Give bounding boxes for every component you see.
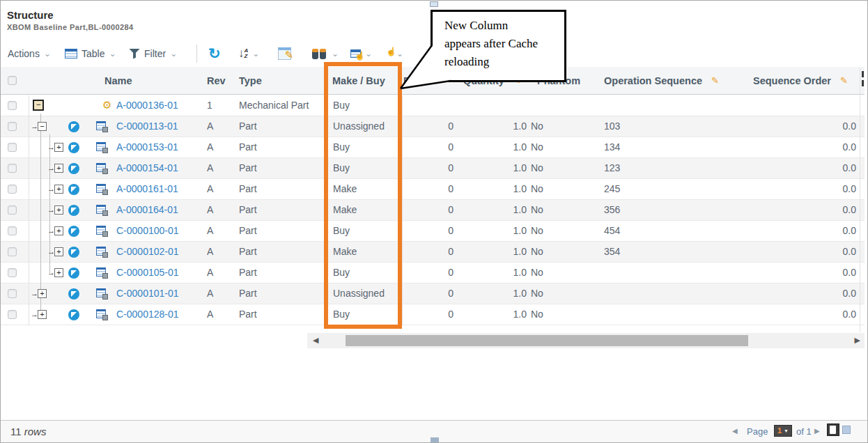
table-row[interactable]: → + ⚙ A-0000154-01 A Part Buy 0 1.0 No 1… [1, 158, 865, 179]
expand-toggle[interactable]: + [54, 143, 63, 152]
table-row[interactable]: → + ⚙ C-0000100-01 A Part Buy 0 1.0 No 4… [1, 221, 865, 242]
scroll-right-arrow[interactable]: ▶ [855, 336, 860, 345]
full-page-view-button[interactable] [827, 423, 839, 436]
type-cell: Part [239, 158, 257, 178]
page-label: Page [747, 426, 768, 437]
page-number-dropdown[interactable]: 1 ▼ [774, 425, 792, 437]
phantom-cell: No [531, 137, 543, 157]
name-link[interactable]: C-0000113-01 [116, 116, 178, 137]
refresh-button[interactable]: ↻ [208, 40, 221, 67]
mass-edit-button[interactable]: ✎ [278, 40, 291, 67]
selection-handle[interactable] [430, 1, 438, 7]
sequence-order-cell: 0.0 [786, 304, 856, 325]
expand-toggle[interactable]: + [54, 164, 63, 173]
edit-pencil-icon[interactable]: ✎ [840, 75, 848, 86]
table-select-button[interactable]: ☝ ⌄ [350, 40, 372, 67]
expand-toggle[interactable]: + [54, 268, 63, 277]
search-button[interactable]: ⌄ [311, 40, 339, 67]
name-link[interactable]: C-0000128-01 [116, 304, 179, 325]
column-header-rev[interactable]: Rev [207, 67, 226, 94]
expand-toggle[interactable]: − [33, 100, 44, 111]
actions-menu-button[interactable]: Actions ⌄ [8, 40, 51, 67]
make-buy-cell: Buy [333, 137, 350, 157]
row-checkbox[interactable] [8, 122, 17, 131]
table-row[interactable]: → + ⚙ C-0000102-01 A Part Make 0 1.0 No … [1, 242, 865, 263]
part-icon [96, 121, 108, 132]
name-link[interactable]: A-0000136-01 [116, 95, 178, 116]
table-row[interactable]: → + ⚙ C-0000105-01 A Part Buy 0 1.0 No 0… [1, 263, 865, 283]
table-row[interactable]: → + ⚙ A-0000164-01 A Part Make 0 1.0 No … [1, 200, 865, 221]
filter-menu-button[interactable]: Filter ⌄ [129, 40, 177, 67]
name-link[interactable]: C-0000100-01 [116, 221, 179, 241]
rev-cell: A [207, 158, 213, 178]
row-checkbox[interactable] [8, 143, 17, 152]
table-row[interactable]: → + ⚙ C-0000128-01 A Part Buy 0 1.0 No 0… [1, 304, 865, 325]
column-header-operation-sequence[interactable]: Operation Sequence ✎ [604, 67, 719, 94]
sequence-order-cell: 0.0 [786, 263, 856, 283]
column-header-name[interactable]: Name [104, 67, 132, 94]
revision-state-icon [68, 142, 79, 153]
horizontal-scrollbar[interactable]: ◀ ▶ [307, 333, 865, 348]
expand-toggle[interactable]: + [54, 205, 63, 215]
expand-toggle[interactable]: − [38, 122, 47, 131]
edit-pencil-icon[interactable]: ✎ [711, 75, 719, 86]
phantom-cell: No [531, 242, 543, 262]
expand-toggle[interactable]: + [54, 226, 63, 235]
table-menu-button[interactable]: Table ⌄ [65, 40, 116, 67]
row-checkbox[interactable] [8, 310, 17, 319]
table-row[interactable]: → − ⚙ A-0000136-01 1 Mechanical Part Buy [1, 95, 865, 116]
row-checkbox[interactable] [8, 226, 17, 235]
row-checkbox[interactable] [8, 185, 17, 194]
quantity-cell: 1.0 [471, 263, 527, 283]
name-link[interactable]: A-0000153-01 [116, 137, 178, 157]
select-all-checkbox[interactable] [8, 76, 17, 85]
next-page-arrow[interactable]: ▶ [814, 427, 820, 435]
expand-toggle[interactable]: + [38, 310, 47, 319]
row-checkbox[interactable] [8, 289, 17, 298]
name-link[interactable]: C-0000101-01 [116, 283, 179, 304]
chevron-down-icon: ⌄ [44, 50, 51, 57]
refresh-icon: ↻ [208, 47, 221, 61]
page-glyph [830, 426, 836, 434]
previous-page-arrow[interactable]: ◀ [732, 427, 738, 435]
table-row[interactable]: → + ⚙ C-0000101-01 A Part Unassigned 0 1… [1, 283, 865, 304]
object-select-button[interactable]: ☝ ⌄ [392, 40, 403, 67]
make-buy-cell: Buy [333, 304, 350, 325]
sequence-order-cell: 0.0 [786, 137, 856, 157]
name-link[interactable]: A-0000154-01 [116, 158, 178, 178]
type-cell: Part [239, 283, 257, 304]
row-checkbox[interactable] [8, 247, 17, 256]
row-checkbox[interactable] [8, 164, 17, 173]
revision-state-icon [68, 205, 79, 216]
column-header-make-buy[interactable]: Make / Buy [332, 67, 385, 94]
name-link[interactable]: C-0000102-01 [116, 242, 179, 262]
compact-view-button[interactable] [842, 426, 851, 434]
row-checkbox[interactable] [8, 205, 17, 215]
column-header-type[interactable]: Type [239, 67, 262, 94]
column-header-sequence-order[interactable]: Sequence Order ✎ [753, 67, 848, 94]
row-checkbox[interactable] [8, 101, 17, 110]
type-cell: Part [239, 179, 257, 199]
sort-button[interactable]: ↓ AZ ⌄ [238, 40, 259, 67]
phantom-cell: No [531, 283, 543, 304]
sequence-order-cell: 0.0 [786, 242, 856, 262]
selection-handle[interactable] [431, 437, 439, 442]
table-row[interactable]: → + ⚙ A-0000153-01 A Part Buy 0 1.0 No 1… [1, 137, 865, 158]
row-checkbox[interactable] [8, 268, 17, 277]
page-of-label: of 1 [796, 426, 812, 437]
expand-toggle[interactable]: + [54, 185, 63, 194]
quantity-cell: 1.0 [471, 304, 527, 325]
name-link[interactable]: A-0000161-01 [116, 179, 178, 199]
revision-state-icon [68, 309, 79, 320]
make-buy-cell: Make [333, 242, 357, 262]
chevron-down-icon: ⌄ [252, 50, 259, 57]
name-link[interactable]: A-0000164-01 [116, 200, 178, 220]
part-icon [96, 267, 108, 279]
expand-toggle[interactable]: + [54, 247, 63, 256]
table-row[interactable]: → + ⚙ A-0000161-01 A Part Make 0 1.0 No … [1, 179, 865, 200]
table-row[interactable]: → − ⚙ C-0000113-01 A Part Unassigned 0 1… [1, 116, 865, 137]
name-link[interactable]: C-0000105-01 [116, 263, 179, 283]
scroll-left-arrow[interactable]: ◀ [313, 336, 318, 345]
scrollbar-thumb[interactable] [346, 335, 748, 346]
expand-toggle[interactable]: + [38, 289, 47, 298]
